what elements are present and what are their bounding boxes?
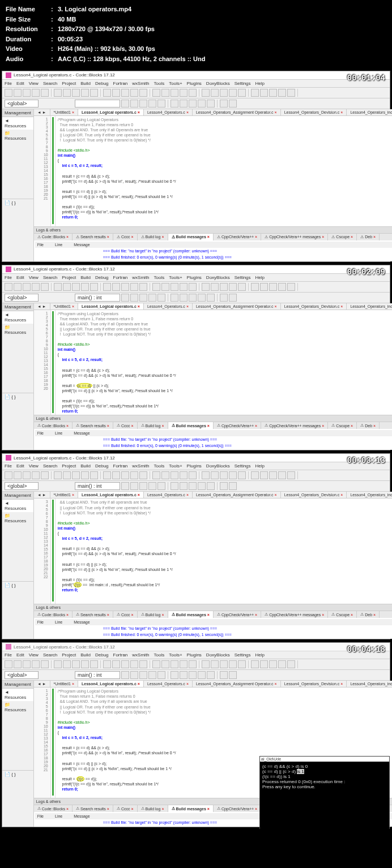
toolbar-button[interactable] — [220, 671, 228, 679]
log-tab[interactable]: ⚠ Code::Blocks × — [34, 422, 73, 429]
toolbar-button[interactable] — [32, 89, 40, 97]
toolbar-button[interactable] — [103, 660, 111, 668]
code-line[interactable] — [58, 362, 392, 367]
menu-item[interactable]: DoxyBlocks — [206, 275, 230, 280]
menu-item[interactable]: Fortran — [113, 463, 128, 469]
toolbar-button[interactable] — [130, 482, 138, 490]
log-tab[interactable]: ⚠ Search results × — [73, 234, 113, 240]
toolbar-button[interactable] — [180, 471, 188, 479]
tab-close-icon[interactable]: × — [66, 424, 69, 428]
menu-item[interactable]: Plugins — [187, 275, 202, 280]
toolbar-button[interactable] — [5, 283, 12, 291]
editor-tab[interactable]: Lesson4_Logical operators.c× — [78, 492, 144, 498]
menu-item[interactable]: Tools — [154, 463, 165, 469]
toolbar-button[interactable] — [148, 671, 156, 679]
menu-item[interactable]: Edit — [16, 275, 24, 280]
menu-item[interactable]: wxSmith — [132, 463, 149, 469]
toolbar-button[interactable] — [130, 671, 138, 679]
toolbar-button[interactable] — [189, 671, 197, 679]
code-line[interactable]: /*Program using Logical Operators — [58, 117, 392, 122]
toolbar-button[interactable] — [202, 471, 210, 479]
editor-tab[interactable]: *Untitled1× — [50, 681, 78, 687]
toolbar-button[interactable] — [287, 283, 295, 291]
code-line[interactable]: result = (c == d) || (c > d); — [58, 189, 392, 194]
toolbar-button[interactable] — [130, 660, 138, 668]
code-line[interactable]: result = (c == d) && (c > d); — [58, 368, 392, 373]
tab-close-icon[interactable]: × — [322, 235, 324, 239]
code-line[interactable] — [58, 740, 392, 745]
toolbar-button[interactable] — [112, 471, 120, 479]
code-line[interactable]: && Logical AND. True only if all operand… — [58, 699, 392, 704]
code-line[interactable]: return 0; — [58, 587, 392, 592]
console-window[interactable]: al_Old\Ude(c == d) && (c > d) is 0(c == … — [259, 756, 390, 829]
menu-item[interactable]: File — [5, 81, 12, 86]
tab-close-icon[interactable]: × — [255, 613, 257, 617]
toolbar-button[interactable] — [229, 660, 237, 668]
code-line[interactable]: int main() — [58, 725, 392, 730]
log-tab[interactable]: ⚠ Build log × — [138, 611, 168, 618]
menu-item[interactable]: Settings — [235, 81, 251, 86]
menu-item[interactable]: Plugins — [187, 463, 202, 469]
log-tab[interactable]: ⚠ Deb × — [357, 611, 380, 618]
code-line[interactable]: return 0; — [58, 409, 392, 414]
toolbar-button[interactable] — [63, 660, 71, 668]
log-tab[interactable]: ⚠ Deb × — [357, 234, 380, 240]
menu-item[interactable]: Project — [62, 652, 76, 658]
tab-close-icon[interactable]: × — [373, 613, 376, 617]
code-line[interactable]: int c = 5, d = 2, result; — [58, 735, 392, 740]
menu-item[interactable]: Help — [255, 275, 265, 280]
toolbar-button[interactable] — [121, 660, 129, 668]
log-tab[interactable]: ⚠ Build log × — [138, 234, 168, 240]
code-line[interactable] — [58, 515, 392, 521]
toolbar-button[interactable] — [229, 89, 237, 97]
toolbar-button[interactable] — [229, 671, 237, 679]
code-line[interactable]: || Logical OR. True only if either one o… — [58, 704, 392, 710]
toolbar-button[interactable] — [238, 471, 246, 479]
toolbar-button[interactable] — [139, 283, 147, 291]
code-line[interactable]: printf("(c == d) && (c > d) is %d \n", r… — [58, 551, 392, 556]
toolbar-button[interactable] — [180, 283, 188, 291]
tab-nav-arrows[interactable]: ◄ ► — [34, 109, 50, 115]
toolbar-button[interactable] — [54, 283, 62, 291]
editor-tab[interactable]: Lesson4_Operators_Assignment Operator.c× — [193, 303, 281, 310]
tab-close-icon[interactable]: × — [161, 235, 164, 239]
toolbar-button[interactable] — [152, 660, 160, 668]
log-tab[interactable]: ⚠ Build messages × — [168, 611, 214, 618]
menu-item[interactable]: Edit — [16, 652, 24, 658]
toolbar-button[interactable] — [220, 89, 228, 97]
menu-item[interactable]: File — [5, 275, 12, 280]
toolbar-button[interactable] — [207, 671, 215, 679]
toolbar-button[interactable] — [152, 283, 160, 291]
toolbar-button[interactable] — [139, 482, 147, 490]
tab-close-icon[interactable]: × — [207, 807, 210, 811]
toolbar-button[interactable] — [121, 471, 129, 479]
toolbar-button[interactable] — [229, 294, 237, 302]
toolbar-button[interactable] — [287, 89, 295, 97]
toolbar-button[interactable] — [171, 89, 178, 97]
toolbar-button[interactable] — [90, 283, 98, 291]
toolbar-button[interactable] — [220, 660, 228, 668]
toolbar-button[interactable] — [171, 283, 178, 291]
toolbar-button[interactable] — [198, 100, 206, 108]
toolbar-button[interactable] — [81, 283, 89, 291]
toolbar-button[interactable] — [287, 660, 295, 668]
toolbar-button[interactable] — [130, 471, 138, 479]
log-tab[interactable]: ⚠ CppCheck/Vera++ × — [214, 805, 261, 812]
tab-close-icon[interactable]: × — [107, 807, 109, 811]
toolbar-button[interactable] — [161, 283, 169, 291]
log-tab[interactable]: ⚠ Search results × — [73, 611, 113, 618]
sidebar-item-resources[interactable]: 📁 Resources — [2, 130, 33, 142]
toolbar-button[interactable] — [171, 671, 178, 679]
menu-item[interactable]: Search — [43, 463, 57, 469]
menu-item[interactable]: File — [5, 652, 12, 658]
menu-item[interactable]: Plugins — [187, 652, 202, 658]
code-line[interactable]: #include <stdio.h> — [58, 521, 392, 526]
code-line[interactable] — [58, 184, 392, 189]
editor-tab[interactable]: Lesson4_Operators_Devision.c× — [281, 681, 347, 687]
toolbar-button[interactable] — [90, 660, 98, 668]
code-line[interactable] — [58, 143, 392, 148]
logs-header[interactable]: Logs & others — [34, 227, 392, 234]
console-titlebar[interactable]: al_Old\Ude — [260, 757, 389, 762]
code-line[interactable]: printf("(c == d) || (c > d) is %d \n", r… — [58, 567, 392, 572]
code-line[interactable] — [58, 337, 392, 342]
